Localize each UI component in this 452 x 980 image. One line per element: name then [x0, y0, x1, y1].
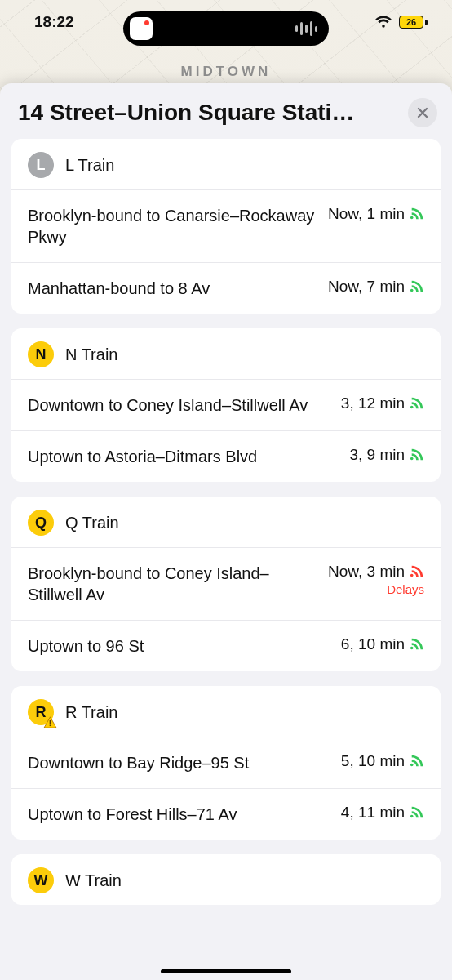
live-signal-icon: [410, 564, 424, 579]
eta-column: 6, 10 min: [341, 635, 424, 653]
eta-column: 3, 9 min: [349, 446, 424, 464]
departure-row[interactable]: Downtown to Bay Ridge–95 St5, 10 min: [11, 737, 441, 788]
eta-column: 4, 11 min: [341, 804, 424, 822]
departure-row[interactable]: Downtown to Coney Island–Stillwell Av3, …: [11, 379, 441, 430]
line-bullet-L: L: [28, 152, 54, 178]
departure-row[interactable]: Brooklyn-bound to Coney Island–Stillwell…: [11, 547, 441, 620]
status-time: 18:22: [34, 13, 74, 31]
live-signal-icon: [410, 396, 424, 411]
close-icon: [416, 106, 429, 119]
departure-row[interactable]: Uptown to Astoria–Ditmars Blvd3, 9 min: [11, 430, 441, 482]
train-name: Q Train: [65, 514, 119, 532]
destination-label: Brooklyn-bound to Canarsie–Rockaway Pkwy: [28, 205, 317, 247]
departure-row[interactable]: Uptown to Forest Hills–71 Av4, 11 min: [11, 788, 441, 840]
eta-column: 5, 10 min: [341, 752, 424, 770]
destination-label: Brooklyn-bound to Coney Island–Stillwell…: [28, 563, 317, 605]
battery-indicator: 26: [399, 16, 428, 29]
train-card-header: NN Train: [11, 328, 441, 379]
train-name: W Train: [65, 871, 122, 890]
departure-row[interactable]: Manhattan-bound to 8 AvNow, 7 min: [11, 262, 441, 314]
destination-label: Uptown to Forest Hills–71 Av: [28, 804, 330, 825]
train-card-header: WW Train: [11, 854, 441, 905]
transit-sheet[interactable]: 14 Street–Union Square Stati… LL TrainBr…: [0, 83, 452, 980]
train-name: R Train: [65, 703, 117, 722]
status-bar: 18:22 26: [0, 0, 452, 44]
home-indicator[interactable]: [161, 969, 291, 973]
train-card-W[interactable]: WW Train: [11, 854, 441, 905]
eta-column: Now, 3 minDelays: [328, 563, 424, 596]
eta-text: Now, 7 min: [328, 278, 405, 296]
battery-pct: 26: [406, 17, 416, 27]
live-signal-icon: [410, 448, 424, 462]
eta-text: Now, 1 min: [328, 205, 405, 223]
live-signal-icon: [410, 754, 424, 768]
eta-column: 3, 12 min: [341, 394, 424, 412]
eta-column: Now, 7 min: [328, 278, 424, 296]
wifi-icon: [374, 16, 392, 29]
line-bullet-Q: Q: [28, 510, 54, 536]
train-name: N Train: [65, 345, 117, 364]
delay-label: Delays: [387, 582, 424, 596]
train-line-list[interactable]: LL TrainBrooklyn-bound to Canarsie–Rocka…: [0, 139, 452, 924]
eta-text: Now, 3 min: [328, 563, 405, 581]
destination-label: Downtown to Bay Ridge–95 St: [28, 752, 330, 773]
departure-row[interactable]: Brooklyn-bound to Canarsie–Rockaway Pkwy…: [11, 189, 441, 262]
train-card-N[interactable]: NN TrainDowntown to Coney Island–Stillwe…: [11, 328, 441, 482]
eta-text: 4, 11 min: [341, 804, 405, 822]
live-signal-icon: [410, 279, 424, 294]
eta-text: 3, 12 min: [341, 394, 405, 412]
alert-icon: [43, 716, 57, 728]
sheet-header: 14 Street–Union Square Stati…: [0, 83, 452, 139]
train-card-R[interactable]: RR TrainDowntown to Bay Ridge–95 St5, 10…: [11, 686, 441, 840]
live-signal-icon: [410, 637, 424, 652]
destination-label: Uptown to Astoria–Ditmars Blvd: [28, 446, 338, 467]
close-button[interactable]: [408, 98, 437, 127]
live-signal-icon: [410, 805, 424, 820]
eta-column: Now, 1 min: [328, 205, 424, 223]
train-card-header: LL Train: [11, 139, 441, 189]
line-bullet-R: R: [28, 699, 54, 725]
train-card-header: RR Train: [11, 686, 441, 737]
map-district-label: MIDTOWN: [0, 64, 452, 80]
destination-label: Uptown to 96 St: [28, 635, 330, 657]
train-card-Q[interactable]: QQ TrainBrooklyn-bound to Coney Island–S…: [11, 497, 441, 671]
eta-text: 3, 9 min: [349, 446, 405, 464]
train-name: L Train: [65, 156, 114, 175]
eta-text: 5, 10 min: [341, 752, 405, 770]
departure-row[interactable]: Uptown to 96 St6, 10 min: [11, 620, 441, 671]
live-signal-icon: [410, 207, 424, 221]
destination-label: Manhattan-bound to 8 Av: [28, 278, 317, 299]
train-card-L[interactable]: LL TrainBrooklyn-bound to Canarsie–Rocka…: [11, 139, 441, 314]
eta-text: 6, 10 min: [341, 635, 405, 653]
line-bullet-W: W: [28, 867, 54, 893]
train-card-header: QQ Train: [11, 497, 441, 547]
page-title: 14 Street–Union Square Stati…: [18, 100, 398, 126]
destination-label: Downtown to Coney Island–Stillwell Av: [28, 394, 330, 416]
line-bullet-N: N: [28, 341, 54, 368]
